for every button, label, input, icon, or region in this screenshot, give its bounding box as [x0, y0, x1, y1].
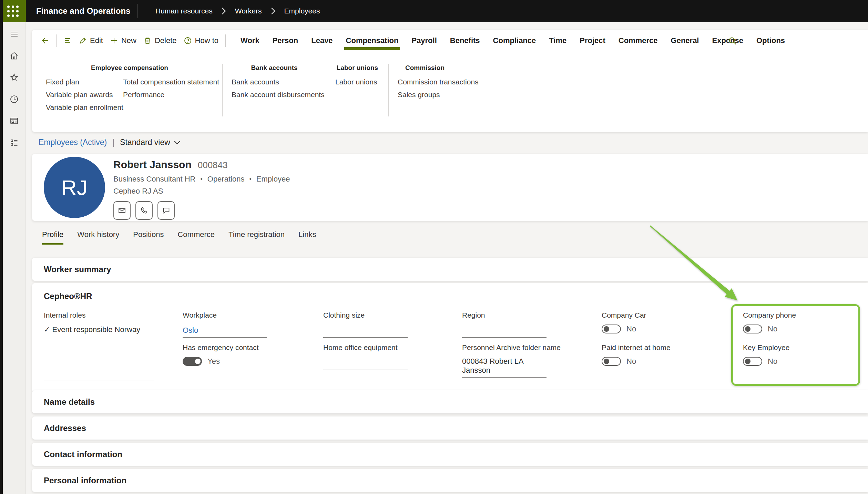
menu-icon[interactable] — [9, 29, 19, 39]
section-title: Addresses — [44, 423, 86, 433]
region-input[interactable] — [462, 325, 547, 338]
tab-compensation[interactable]: Compensation — [339, 30, 405, 52]
section-title: Worker summary — [44, 265, 111, 274]
action-bar-divider — [56, 34, 57, 47]
key-employee-toggle[interactable] — [743, 357, 762, 366]
paid-internet-toggle[interactable] — [602, 357, 621, 366]
menu-item-labor-unions[interactable]: Labor unions — [335, 78, 379, 86]
back-button[interactable] — [38, 37, 53, 45]
tab-project[interactable]: Project — [573, 30, 612, 52]
menu-item-variable-plan-enrollment[interactable]: Variable plan enrollment — [46, 103, 123, 111]
workplace-input[interactable]: Oslo — [183, 325, 267, 338]
section-title[interactable]: Cepheo®HR — [44, 291, 92, 301]
tab-compliance[interactable]: Compliance — [487, 30, 543, 52]
edit-button[interactable]: Edit — [75, 36, 106, 45]
menu-item-sales-groups[interactable]: Sales groups — [398, 91, 501, 99]
view-selector[interactable]: Standard view — [120, 138, 181, 147]
chat-button[interactable] — [157, 201, 175, 220]
tab-links[interactable]: Links — [298, 230, 316, 245]
emergency-contact-toggle[interactable] — [183, 357, 202, 366]
tab-time[interactable]: Time — [542, 30, 573, 52]
call-button[interactable] — [135, 201, 153, 220]
view-selector-label: Standard view — [120, 138, 170, 147]
delete-button[interactable]: Delete — [140, 36, 180, 45]
menu-item-performance[interactable]: Performance — [123, 91, 213, 99]
toggle-state: No — [768, 325, 777, 333]
menu-item-bank-account-disbursements[interactable]: Bank account disbursements — [232, 91, 317, 99]
compensation-menu: Employee compensation Fixed plan Variabl… — [32, 52, 868, 116]
menu-item-fixed-plan[interactable]: Fixed plan — [46, 78, 123, 86]
mail-icon — [118, 206, 126, 215]
howto-button[interactable]: How to — [180, 36, 222, 45]
recent-clock-icon[interactable] — [9, 94, 19, 104]
section-title: Contact information — [44, 450, 122, 459]
delete-label: Delete — [155, 36, 177, 45]
search-icon[interactable] — [728, 37, 737, 47]
company-phone-toggle[interactable] — [743, 325, 762, 333]
tab-commerce-profile[interactable]: Commerce — [177, 230, 215, 245]
menu-item-total-compensation-statement[interactable]: Total compensation statement — [123, 78, 213, 86]
menu-divider — [222, 64, 223, 116]
menu-item-variable-plan-awards[interactable]: Variable plan awards — [46, 91, 123, 99]
field-label: Internal roles — [44, 311, 85, 319]
tab-benefits[interactable]: Benefits — [443, 30, 487, 52]
chevron-down-icon — [174, 140, 181, 145]
field-label: Key Employee — [743, 344, 789, 351]
tab-options[interactable]: Options — [750, 30, 792, 52]
news-feed-icon[interactable] — [9, 116, 19, 126]
home-office-equipment-input[interactable] — [323, 357, 408, 370]
menu-group-title: Employee compensation — [46, 64, 213, 72]
tab-payroll[interactable]: Payroll — [405, 30, 443, 52]
toggle-state: No — [626, 357, 636, 366]
menu-group-title: Commission — [398, 64, 501, 72]
menu-item-commission-transactions[interactable]: Commission transactions — [398, 78, 501, 86]
app-launcher-button[interactable] — [0, 0, 26, 22]
tab-person[interactable]: Person — [266, 30, 305, 52]
tab-general[interactable]: General — [664, 30, 706, 52]
clothing-size-input[interactable] — [323, 325, 408, 338]
favorites-star-icon[interactable] — [9, 72, 19, 83]
section-title: Personal information — [44, 476, 126, 485]
company-car-toggle[interactable] — [602, 325, 621, 333]
field-label: Home office equipment — [323, 344, 398, 351]
field-internal-roles: Internal roles ✓ Event responsible Norwa… — [44, 311, 183, 391]
tab-work[interactable]: Work — [234, 30, 266, 52]
personnel-archive-input[interactable]: 000843 Robert LA Jansson — [462, 357, 547, 378]
worklist-icon[interactable] — [9, 137, 19, 148]
tab-positions[interactable]: Positions — [133, 230, 164, 245]
tab-work-history[interactable]: Work history — [77, 230, 119, 245]
menu-item-bank-accounts[interactable]: Bank accounts — [232, 78, 317, 86]
page-view-header: Employees (Active) | Standard view — [39, 138, 181, 147]
expand-pane-button[interactable] — [60, 37, 75, 45]
field-label: Clothing size — [323, 311, 365, 319]
record-tabs: Profile Work history Positions Commerce … — [42, 230, 316, 245]
field-label: Paid internet at home — [602, 344, 671, 351]
new-button[interactable]: New — [106, 36, 140, 45]
tab-leave[interactable]: Leave — [305, 30, 339, 52]
internal-roles-value[interactable]: ✓ Event responsible Norway — [44, 325, 140, 334]
view-divider: | — [112, 138, 114, 147]
breadcrumb-module[interactable]: Human resources — [155, 7, 213, 15]
home-icon[interactable] — [9, 51, 19, 61]
section-worker-summary[interactable]: Worker summary — [32, 258, 868, 281]
list-link[interactable]: Employees (Active) — [39, 138, 107, 147]
employee-info: Robert Jansson 000843 Business Consultan… — [113, 157, 290, 221]
contact-actions — [113, 201, 290, 220]
menu-group-bank-accounts: Bank accounts Bank accounts Bank account… — [232, 64, 317, 103]
tab-profile[interactable]: Profile — [42, 230, 63, 245]
tab-expense[interactable]: Expense — [705, 30, 750, 52]
section-title: Name details — [44, 397, 95, 407]
tab-commerce[interactable]: Commerce — [612, 30, 664, 52]
section-personal-information[interactable]: Personal information — [32, 469, 868, 492]
section-name-details[interactable]: Name details — [32, 390, 868, 413]
email-button[interactable] — [113, 201, 131, 220]
menu-group-labor-unions: Labor unions Labor unions — [335, 64, 379, 91]
breadcrumb-page[interactable]: Employees — [284, 7, 320, 15]
employee-header-card: RJ Robert Jansson 000843 Business Consul… — [32, 154, 868, 221]
tab-time-registration[interactable]: Time registration — [228, 230, 285, 245]
section-contact-information[interactable]: Contact information — [32, 443, 868, 466]
internal-roles-input[interactable] — [44, 381, 154, 381]
toggle-state: Yes — [207, 357, 220, 366]
section-addresses[interactable]: Addresses — [32, 416, 868, 440]
breadcrumb-area[interactable]: Workers — [235, 7, 262, 15]
